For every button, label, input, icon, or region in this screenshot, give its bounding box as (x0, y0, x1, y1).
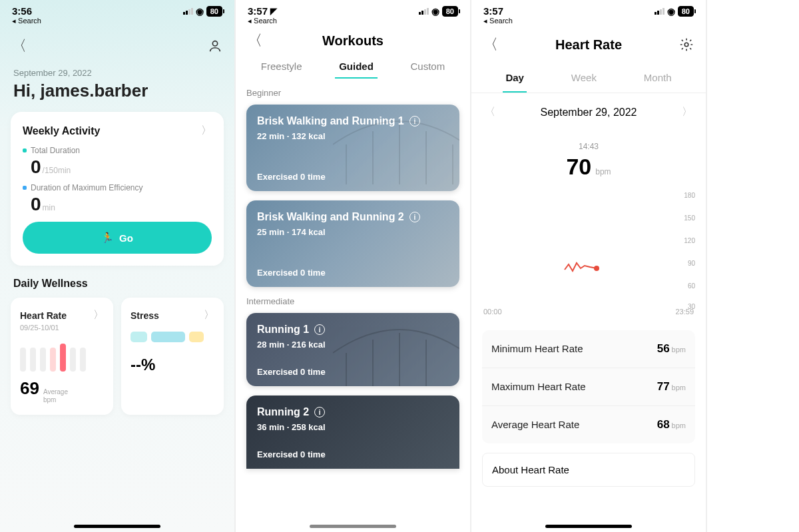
tab-guided[interactable]: Guided (335, 55, 378, 79)
workout-card[interactable]: Brisk Walking and Running 1i 22 min · 13… (246, 105, 459, 191)
back-button[interactable]: 〈 (483, 35, 498, 55)
wellness-title: Daily Wellness (0, 278, 234, 298)
prev-day-button[interactable]: 〈 (485, 105, 495, 119)
signal-icon (419, 8, 429, 15)
hr-title: Heart Rate (20, 310, 67, 321)
hr-stats: Minimum Heart Rate56bpm Maximum Heart Ra… (482, 330, 695, 443)
location-icon: ◤ (270, 6, 277, 16)
tab-freestyle[interactable]: Freestyle (257, 55, 306, 79)
workout-card[interactable]: Brisk Walking and Running 2i 25 min · 17… (246, 200, 459, 287)
status-bar: 3:57 ◤ ◉ 80 (236, 0, 470, 17)
signal-icon (183, 8, 193, 15)
wifi-icon: ◉ (667, 6, 675, 17)
tab-custom[interactable]: Custom (406, 55, 449, 79)
svg-point-2 (594, 266, 599, 271)
status-time: 3:57 (248, 5, 268, 17)
chevron-right-icon: 〉 (201, 124, 212, 138)
tab-day[interactable]: Day (503, 65, 527, 93)
total-duration-label: Total Duration (31, 146, 80, 155)
hr-value: 69 (20, 378, 39, 399)
home-indicator[interactable] (310, 525, 396, 528)
efficiency-value: 0 (31, 194, 41, 215)
workout-card[interactable]: Running 1i 28 min · 216 kcal Exercised 0… (246, 313, 459, 386)
wifi-icon: ◉ (196, 6, 204, 17)
svg-point-0 (212, 41, 217, 46)
workout-tabs: Freestyle Guided Custom (236, 55, 470, 79)
stress-title: Stress (131, 310, 159, 321)
workout-exercised: Exercised 0 time (257, 367, 326, 377)
stress-card[interactable]: Stress〉 --% (121, 298, 224, 415)
next-day-button[interactable]: 〉 (682, 105, 692, 119)
efficiency-unit: min (43, 203, 55, 212)
current-date: September 29, 2022 (0, 61, 234, 78)
bridge-icon (333, 313, 459, 386)
svg-point-1 (684, 43, 688, 47)
chevron-right-icon: 〉 (93, 308, 104, 322)
greeting: Hi, james.barber (0, 78, 234, 112)
status-time: 3:57 (483, 5, 503, 17)
workout-exercised: Exercised 0 time (257, 449, 326, 459)
back-button[interactable]: 〈 (12, 36, 27, 56)
hr-value: 70 (566, 154, 591, 180)
gear-icon[interactable] (679, 37, 694, 52)
page-title: Heart Rate (498, 37, 679, 53)
home-indicator[interactable] (545, 525, 632, 528)
about-heart-rate[interactable]: About Heart Rate (482, 453, 695, 487)
home-indicator[interactable] (74, 525, 160, 528)
info-icon[interactable]: i (314, 324, 325, 335)
battery-icon: 80 (678, 6, 694, 17)
back-to-search[interactable]: Search (471, 17, 706, 25)
intermediate-label: Intermediate (236, 296, 470, 313)
hr-unit: bpm (595, 167, 611, 176)
stat-max: Maximum Heart Rate77bpm (482, 368, 695, 406)
back-button[interactable]: 〈 (248, 31, 262, 51)
info-icon[interactable]: i (314, 407, 325, 417)
workout-exercised: Exercised 0 time (257, 268, 326, 278)
bridge-icon (333, 105, 459, 191)
status-bar: 3:56 ◉ 80 (0, 0, 234, 17)
weekly-title: Weekly Activity (23, 125, 101, 137)
tab-week[interactable]: Week (569, 65, 599, 93)
x-start: 00:00 (483, 308, 502, 316)
back-to-search[interactable]: Search (236, 17, 470, 25)
workout-title: Brisk Walking and Running 2 (257, 211, 404, 223)
hr-chart[interactable]: 180 150 120 90 60 30 (482, 192, 695, 305)
signal-icon (655, 8, 665, 15)
back-to-search[interactable]: Search (0, 17, 234, 25)
heart-rate-card[interactable]: Heart Rate〉 09/25-10/01 69Averagebpm (11, 298, 113, 415)
status-time: 3:56 (12, 5, 32, 17)
go-label: Go (119, 232, 133, 244)
go-button[interactable]: 🏃Go (23, 222, 212, 254)
battery-icon: 80 (206, 6, 222, 17)
beginner-label: Beginner (236, 88, 470, 105)
period-tabs: Day Week Month (471, 60, 706, 93)
hr-line (563, 258, 603, 278)
workout-title: Running 2 (257, 406, 309, 418)
stress-value: --% (131, 356, 214, 374)
wifi-icon: ◉ (431, 6, 439, 17)
stat-avg: Average Heart Rate68bpm (482, 406, 695, 443)
profile-icon[interactable] (208, 39, 222, 53)
status-bar: 3:57 ◉ 80 (471, 0, 706, 17)
workout-exercised: Exercised 0 time (257, 172, 326, 182)
total-duration-unit: /150min (43, 166, 71, 175)
weekly-activity-card[interactable]: Weekly Activity 〉 Total Duration 0/150mi… (11, 112, 224, 266)
workout-card[interactable]: Running 2i 36 min · 258 kcal Exercised 0… (246, 396, 459, 469)
chevron-right-icon: 〉 (204, 308, 214, 322)
hr-range: 09/25-10/01 (20, 324, 104, 332)
hr-bars-chart (20, 341, 104, 372)
selected-date: September 29, 2022 (541, 107, 637, 119)
workouts-screen: 3:57 ◤ ◉ 80 Search 〈Workouts Freestyle G… (236, 0, 471, 532)
heart-rate-screen: 3:57 ◉ 80 Search 〈 Heart Rate Day Week M… (471, 0, 707, 532)
reading-time: 14:43 (471, 142, 706, 151)
home-screen: 3:56 ◉ 80 Search 〈 September 29, 2022 Hi… (0, 0, 236, 532)
info-icon[interactable]: i (409, 212, 420, 222)
stat-min: Minimum Heart Rate56bpm (482, 330, 695, 368)
workout-meta: 25 min · 174 kcal (257, 227, 449, 237)
dot-icon (23, 186, 27, 190)
battery-icon: 80 (442, 6, 458, 17)
total-duration-value: 0 (31, 156, 41, 178)
tab-month[interactable]: Month (641, 65, 674, 93)
run-icon: 🏃 (101, 232, 114, 244)
workout-meta: 36 min · 258 kcal (257, 422, 449, 432)
